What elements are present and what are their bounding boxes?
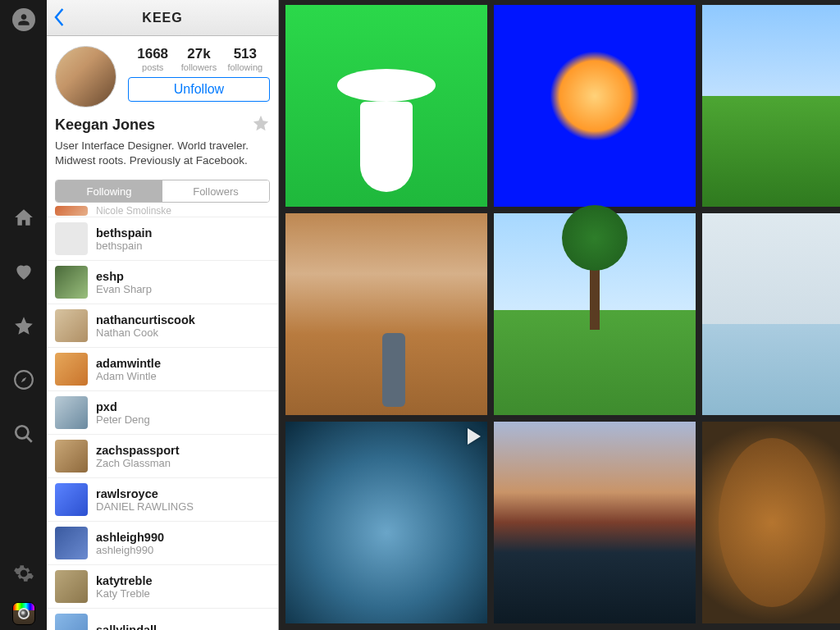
search-icon[interactable] [13,423,34,448]
person-icon [17,13,30,26]
list-item[interactable]: zachspassportZach Glassman [47,435,278,478]
list-item[interactable]: eshpEvan Sharp [47,261,278,304]
fullname: Evan Sharp [96,283,152,295]
username: pxd [96,400,150,413]
list-item[interactable]: Nicole Smolinske [47,206,278,217]
username: adamwintle [96,357,161,370]
list-item[interactable]: adamwintleAdam Wintle [47,348,278,391]
stat-followers[interactable]: 27k followers [176,46,221,72]
compass-icon[interactable] [13,369,34,394]
following-list[interactable]: Nicole Smolinske bethspainbethspaineshpE… [47,206,278,630]
user-thumb [55,440,88,472]
favorite-star-icon[interactable] [252,114,270,135]
user-thumb [55,570,88,603]
profile-avatar[interactable] [55,46,116,107]
settings-icon[interactable] [13,563,34,587]
stat-posts[interactable]: 1668 posts [130,46,176,72]
list-item[interactable]: bethspainbethspain [47,217,278,261]
fullname: DANIEL RAWLINGS [96,500,194,513]
svg-point-1 [16,426,28,438]
profile-panel: KEEG 1668 posts 27k followers 513 follo [47,0,279,630]
user-thumb [55,527,88,559]
fullname: Peter Deng [96,413,150,426]
heart-icon[interactable] [13,261,34,285]
photo-tile-sea-otter[interactable] [285,422,487,623]
username: zachspassport [96,444,180,457]
instagram-icon[interactable] [12,602,35,625]
user-thumb [55,614,88,630]
stats-row: 1668 posts 27k followers 513 following [128,46,270,72]
user-thumb [55,222,88,255]
tab-following[interactable]: Following [56,180,162,202]
username: sallylindall [96,623,157,630]
photo-tile-bay-skyline[interactable] [702,213,840,415]
photo-tile-palm-tree-park[interactable] [494,213,696,415]
fullname: ashleigh990 [96,544,164,556]
user-thumb [55,266,88,299]
tab-followers[interactable]: Followers [162,180,269,202]
username: bethspain [96,226,152,240]
fullname: bethspain [96,240,152,252]
photo-tile-curved-mural[interactable] [285,213,487,415]
fullname: Katy Treble [96,587,153,600]
username: rawlsroyce [96,487,194,500]
fullname: Nathan Cook [96,326,195,339]
user-thumb [55,353,88,386]
fullname: Zach Glassman [96,457,180,469]
username: ashleigh990 [96,531,164,544]
unfollow-button[interactable]: Unfollow [128,77,270,102]
photo-grid-wrap[interactable] [279,0,840,630]
user-thumb [55,309,88,342]
current-user-avatar[interactable] [12,8,35,31]
fullname: Adam Wintle [96,370,161,382]
user-thumb [55,206,88,216]
back-button[interactable] [52,5,68,33]
nav-rail [0,0,47,630]
list-item[interactable]: pxdPeter Deng [47,391,278,435]
follow-tabs: Following Followers [55,180,270,203]
user-thumb [55,396,88,429]
titlebar: KEEG [47,0,278,36]
username: katytreble [96,574,153,587]
photo-tile-mountain-sunset[interactable] [494,422,696,623]
page-title: KEEG [142,11,182,25]
star-icon[interactable] [13,315,34,340]
list-item[interactable]: sallylindall [47,609,278,630]
stat-following[interactable]: 513 following [222,46,268,72]
photo-tile-birthday-cake[interactable] [285,5,487,207]
list-item[interactable]: rawlsroyceDANIEL RAWLINGS [47,478,278,522]
list-item[interactable]: ashleigh990ashleigh990 [47,522,278,565]
play-icon [468,428,481,445]
home-icon[interactable] [13,207,34,231]
user-thumb [55,483,88,516]
list-item[interactable]: nathancurtiscookNathan Cook [47,304,278,348]
photo-tile-green-hill[interactable] [702,5,840,207]
photo-grid [285,5,840,623]
profile-bio: User Interface Designer. World traveler.… [47,135,278,176]
photo-tile-roast-dinner[interactable] [702,422,840,623]
photo-tile-jellyfish[interactable] [494,5,696,207]
username: nathancurtiscook [96,313,195,326]
svg-line-2 [26,436,32,442]
list-item[interactable]: katytrebleKaty Treble [47,565,278,609]
username: eshp [96,270,152,283]
display-name: Keegan Jones [55,116,155,134]
